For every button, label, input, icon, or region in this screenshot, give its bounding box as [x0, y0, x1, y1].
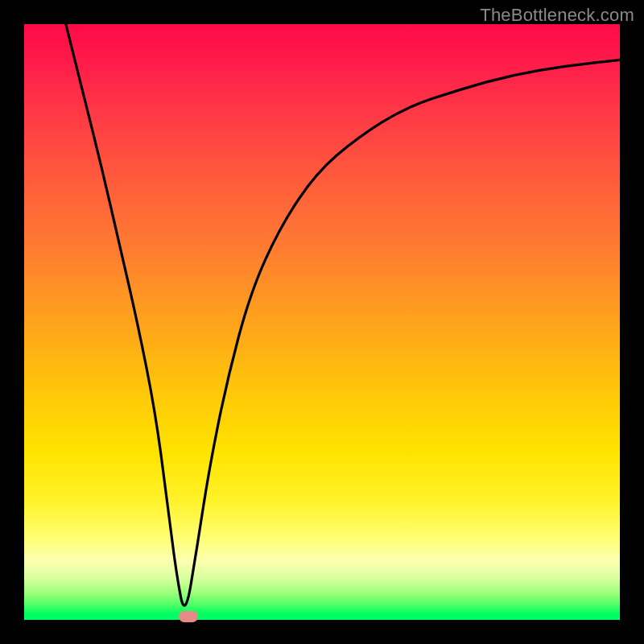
watermark-text: TheBottleneck.com: [480, 5, 634, 26]
minimum-marker: [179, 611, 198, 622]
chart-frame: TheBottleneck.com: [0, 0, 644, 644]
bottleneck-curve: [66, 24, 620, 605]
curve-svg: [24, 24, 620, 620]
plot-area: [24, 24, 620, 620]
